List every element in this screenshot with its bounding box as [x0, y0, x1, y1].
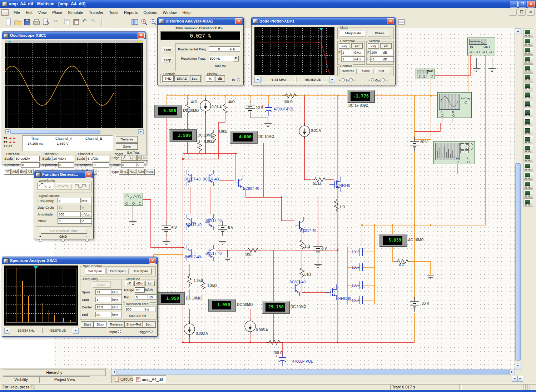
bode-close-icon[interactable]: ✕ — [387, 18, 394, 24]
iv-analyzer-icon[interactable] — [523, 118, 533, 126]
menu-item-edit[interactable]: Edit — [23, 9, 35, 16]
v-lin-button[interactable]: Lin — [380, 43, 392, 49]
full-span-button[interactable]: Full Span — [130, 268, 152, 274]
oscilloscope-component[interactable]: Ext Trig A B — [437, 92, 472, 118]
fg-gnd-jack[interactable] — [61, 239, 65, 242]
restore-button[interactable]: ❐ — [518, 1, 526, 8]
bode-in-minus-terminal[interactable] — [477, 51, 480, 53]
scope-save-button[interactable]: Save — [116, 143, 138, 150]
bode-plotter-window[interactable]: Bode Plotter-XBP1✕ ◄ 6.43 MHz 69.459 dB … — [251, 17, 396, 85]
scope-b-terminal[interactable] — [452, 114, 455, 117]
print-icon[interactable] — [32, 18, 41, 26]
option-button-ext[interactable]: Ext — [142, 155, 148, 161]
frequency-counter-icon[interactable] — [523, 82, 533, 90]
mdi-minimize-button[interactable]: ─ — [509, 9, 517, 16]
menu-item-transfer[interactable]: Transfer — [86, 9, 106, 16]
menu-item-view[interactable]: View — [35, 9, 50, 16]
bode-out-plus-terminal[interactable] — [484, 51, 487, 53]
v-initial-field[interactable]: -5 — [370, 56, 383, 62]
option-button-b[interactable]: B — [137, 155, 142, 161]
scope-a-terminal[interactable] — [441, 114, 443, 117]
option-button-ba[interactable]: B/A — [19, 169, 26, 175]
zoom-in-icon[interactable] — [140, 18, 149, 26]
vertical-scrollbar[interactable]: ▲ ▼ — [515, 28, 521, 369]
function-generator-icon[interactable] — [523, 38, 533, 46]
zoom-out-icon[interactable] — [149, 18, 158, 26]
tektronix-oscilloscope-icon[interactable] — [523, 180, 533, 189]
lin-scale-button[interactable]: Lin — [145, 281, 155, 286]
multimeter-display[interactable]: 1.950+ — [208, 299, 236, 312]
horizontal-scrollbar[interactable]: ◄ ► — [111, 369, 515, 375]
fg-close-icon[interactable]: ✕ — [85, 172, 92, 178]
hierarchy-button[interactable]: Hierarchy — [3, 369, 106, 376]
spectrum-analyzer-component[interactable]: IN T — [433, 141, 475, 164]
trigger-level-field[interactable]: 0 — [121, 162, 137, 168]
multimeter-display[interactable]: 4.000+ — [230, 131, 258, 144]
da-set-button[interactable]: Set... — [190, 75, 201, 82]
end-field[interactable]: 50 — [95, 312, 112, 317]
db-button[interactable]: dB — [215, 75, 225, 82]
bode-plotter-icon[interactable] — [523, 73, 533, 81]
fg-common-terminal[interactable] — [132, 202, 135, 205]
mdi-close-button[interactable]: ✕ — [527, 9, 535, 16]
bode-out-minus-terminal[interactable] — [491, 51, 493, 53]
multimeter-display[interactable]: 29.150+ — [262, 301, 290, 314]
tab-visibility[interactable]: Visibility — [3, 376, 39, 383]
db-scale-button[interactable]: dB — [125, 281, 134, 286]
spec-t-terminal[interactable] — [467, 161, 470, 163]
h-lin-button[interactable]: Lin — [351, 43, 363, 49]
spec-in-terminal[interactable] — [457, 161, 459, 163]
multimeter-display[interactable]: 3.999+ — [169, 129, 197, 142]
thd-input-terminal[interactable] — [431, 75, 433, 78]
set-span-button[interactable]: Set Span — [85, 268, 105, 274]
mdi-restore-button[interactable]: ❐ — [518, 9, 526, 16]
span-field[interactable]: 49 — [95, 289, 112, 295]
h-log-button[interactable]: Log — [339, 43, 350, 49]
menu-item-simulate[interactable]: Simulate — [65, 9, 86, 16]
ref-field[interactable]: 0 — [135, 294, 149, 300]
da-start-button[interactable]: Start — [162, 47, 173, 53]
tab-scroll-left-icon[interactable]: ◄ — [512, 376, 517, 382]
dbm-scale-button[interactable]: dBm — [134, 281, 145, 286]
menu-item-reports[interactable]: Reports — [121, 9, 141, 16]
v-log-button[interactable]: Log — [368, 43, 379, 49]
menu-item-place[interactable]: Place — [49, 9, 65, 16]
current-probe-icon[interactable] — [523, 198, 533, 207]
bode-set-button[interactable]: Set... — [375, 68, 391, 74]
option-button-sing[interactable]: Sing. — [119, 169, 128, 175]
magnitude-button[interactable]: Magnitude — [340, 30, 366, 36]
distortion-analyzer-icon[interactable] — [523, 127, 533, 135]
menu-item-help[interactable]: Help — [180, 9, 194, 16]
spectrum-analyzer-window[interactable]: Spectrum Analyzer-XSA1✕ ◄ 19.934 kHz -95… — [2, 257, 158, 337]
start-field[interactable]: 1 — [95, 297, 112, 302]
spectrum-analyzer-titlebar[interactable]: Spectrum Analyzer-XSA1✕ — [2, 257, 157, 264]
multimeter-display[interactable]: 5.039+ — [379, 234, 407, 247]
redo-icon[interactable]: ↷ — [91, 18, 99, 26]
function-generator-window[interactable]: Function Generat...✕ Waveforms Signal Op… — [34, 170, 94, 239]
in-use-list-icon[interactable] — [397, 18, 406, 26]
set-rise-fall-button[interactable]: Set Rise/Fall Time — [41, 228, 87, 234]
design-toolbox-icon[interactable] — [131, 18, 139, 26]
network-analyzer-icon[interactable] — [523, 145, 533, 153]
thd-mode-button[interactable]: THD — [162, 75, 174, 82]
channel-a-yposition-field[interactable]: 0 — [58, 162, 74, 168]
bode-plotter-titlebar[interactable]: Bode Plotter-XBP1✕ — [252, 18, 395, 25]
square-wave-button[interactable] — [73, 183, 90, 190]
oscilloscope-close-icon[interactable]: ✕ — [138, 33, 145, 39]
menu-item-tools[interactable]: Tools — [106, 9, 121, 16]
option-button-add[interactable]: Add — [11, 169, 19, 175]
paste-icon[interactable] — [72, 18, 81, 26]
minimize-button[interactable]: ─ — [510, 1, 518, 8]
phase-button[interactable]: Phase — [368, 30, 391, 36]
spec-stop-button[interactable]: Stop — [94, 321, 106, 328]
percent-button[interactable]: % — [206, 75, 214, 82]
function-generator-titlebar[interactable]: Function Generat...✕ — [34, 171, 93, 178]
h-initial-field[interactable]: 1 — [341, 56, 354, 62]
distortion-analyzer-window[interactable]: Distortion Analyzer-XDA1✕ Total Harmonic… — [157, 17, 244, 85]
scope-exttrig-terminal[interactable] — [465, 101, 467, 104]
zero-span-button[interactable]: Zero Span — [106, 268, 129, 274]
multimeter-display[interactable]: 1.950+ — [157, 292, 185, 305]
fg-plus-jack[interactable] — [39, 239, 42, 242]
distortion-analyzer-titlebar[interactable]: Distortion Analyzer-XDA1✕ — [158, 18, 243, 25]
open-icon[interactable] — [14, 18, 22, 26]
